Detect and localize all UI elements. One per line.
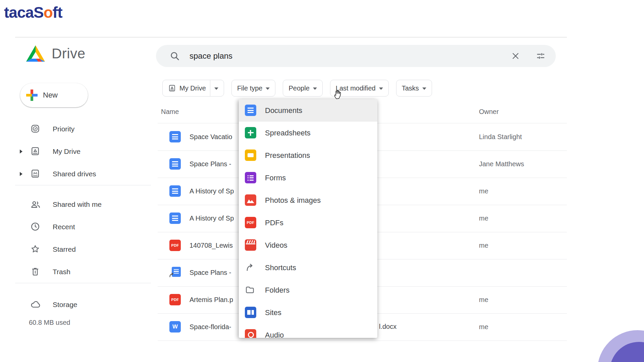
videos-file-icon bbox=[245, 239, 256, 251]
expand-arrow-icon[interactable] bbox=[20, 172, 22, 176]
file-name[interactable]: Space Plans - bbox=[190, 259, 231, 286]
forms-file-icon bbox=[245, 172, 256, 183]
file-icon-slot: W bbox=[169, 321, 181, 333]
pdf-icon-label: PDF bbox=[171, 298, 179, 302]
search-input[interactable]: space plans bbox=[190, 45, 232, 67]
menu-item-label: Documents bbox=[265, 99, 302, 122]
plus-icon bbox=[26, 89, 38, 101]
file-icon-slot: PDF bbox=[169, 240, 181, 251]
expand-arrow-icon[interactable] bbox=[20, 149, 22, 154]
menu-item-label: Forms bbox=[265, 167, 286, 189]
filter-chip-label: File type bbox=[237, 84, 263, 92]
menu-item-shortcuts[interactable]: Shortcuts bbox=[239, 256, 377, 279]
slides-file-icon bbox=[245, 149, 256, 161]
storage-used-label: 60.8 MB used bbox=[29, 319, 70, 326]
file-owner: Jane Matthews bbox=[479, 150, 524, 178]
sidebar-item-label: Shared drives bbox=[53, 163, 96, 185]
pdf-icon-label: PDF bbox=[171, 243, 179, 247]
file-name[interactable]: Artemis Plan.p bbox=[190, 286, 233, 313]
app-top-divider bbox=[15, 37, 567, 38]
priority-icon bbox=[30, 124, 41, 134]
filename-overflow-fragment: l.docx bbox=[379, 313, 396, 340]
cursor-pointer-icon bbox=[333, 88, 343, 101]
new-button-label: New bbox=[43, 91, 58, 100]
menu-item-label: Spreadsheets bbox=[265, 122, 311, 144]
pdf-icon-label: PDF bbox=[247, 221, 254, 225]
docs-file-icon bbox=[169, 158, 181, 170]
menu-item-pdfs[interactable]: PDFPDFs bbox=[239, 212, 377, 234]
menu-item-label: PDFs bbox=[265, 212, 283, 234]
column-header-owner[interactable]: Owner bbox=[479, 108, 499, 116]
chevron-down-icon[interactable] bbox=[214, 87, 218, 90]
sidebar-item-starred[interactable]: Starred bbox=[15, 238, 151, 260]
sidebar-item-label: Recent bbox=[53, 216, 75, 238]
sidebar-item-label: Trash bbox=[53, 260, 70, 283]
trash-icon bbox=[30, 266, 41, 277]
file-icon-slot: PDF bbox=[169, 294, 181, 305]
people-icon bbox=[30, 199, 41, 210]
pdf-file-icon: PDF bbox=[169, 240, 181, 251]
menu-item-sites[interactable]: Sites bbox=[239, 301, 377, 324]
sidebar-item-shared-drives[interactable]: Shared drives bbox=[15, 163, 151, 185]
sidebar-item-shared-with-me[interactable]: Shared with me bbox=[15, 193, 151, 216]
search-icon[interactable] bbox=[169, 51, 180, 63]
docs-file-icon bbox=[169, 185, 181, 197]
docs-file-icon bbox=[169, 131, 181, 142]
file-owner: me bbox=[479, 178, 488, 205]
menu-item-videos[interactable]: Videos bbox=[239, 234, 377, 256]
menu-item-folders[interactable]: Folders bbox=[239, 279, 377, 301]
chevron-down-icon[interactable] bbox=[379, 87, 383, 90]
file-name[interactable]: 140708_Lewis bbox=[190, 232, 233, 259]
sidebar: PriorityMy DriveShared drivesShared with… bbox=[15, 118, 151, 316]
file-name[interactable]: Space Plans - bbox=[190, 150, 231, 178]
menu-item-label: Presentations bbox=[265, 144, 310, 167]
file-icon-slot bbox=[169, 185, 181, 197]
clear-search-icon[interactable] bbox=[511, 51, 521, 62]
file-name[interactable]: A History of Sp bbox=[190, 178, 234, 205]
sidebar-item-storage[interactable]: Storage bbox=[15, 293, 151, 316]
new-button[interactable]: New bbox=[20, 83, 88, 107]
menu-item-spreadsheets[interactable]: Spreadsheets bbox=[239, 122, 377, 144]
menu-item-presentations[interactable]: Presentations bbox=[239, 144, 377, 167]
menu-item-photos-images[interactable]: Photos & images bbox=[239, 189, 377, 212]
sidebar-item-recent[interactable]: Recent bbox=[15, 216, 151, 238]
filter-chip-label: My Drive bbox=[179, 84, 206, 92]
menu-item-forms[interactable]: Forms bbox=[239, 167, 377, 189]
menu-item-documents[interactable]: Documents bbox=[239, 99, 377, 122]
menu-item-label: Audio bbox=[265, 324, 284, 338]
file-name[interactable]: Space-florida- bbox=[190, 313, 231, 341]
sidebar-item-trash[interactable]: Trash bbox=[15, 260, 151, 283]
file-icon-slot bbox=[169, 267, 181, 278]
docs-file-icon bbox=[169, 213, 181, 224]
search-options-tune-icon[interactable] bbox=[536, 51, 546, 62]
sidebar-item-label: My Drive bbox=[53, 140, 80, 163]
filter-chip-tasks[interactable]: Tasks bbox=[396, 80, 432, 97]
logo-text-suffix: ft bbox=[53, 4, 62, 21]
file-owner: me bbox=[479, 286, 488, 313]
sidebar-item-my-drive[interactable]: My Drive bbox=[15, 140, 151, 163]
my-drive-chip-icon bbox=[168, 84, 176, 92]
file-icon-slot bbox=[169, 158, 181, 170]
column-header-name[interactable]: Name bbox=[161, 108, 179, 116]
word-icon-label: W bbox=[172, 323, 178, 330]
docs-shortcut-file-icon bbox=[169, 267, 181, 278]
filter-chip-my-drive[interactable]: My Drive bbox=[162, 80, 224, 97]
filter-chip-label: People bbox=[288, 84, 309, 92]
filter-chip-people[interactable]: People bbox=[283, 80, 322, 97]
file-name[interactable]: A History of Sp bbox=[190, 205, 234, 232]
chevron-down-icon[interactable] bbox=[313, 87, 317, 90]
app-title: Drive bbox=[52, 46, 86, 62]
chip-divider bbox=[210, 80, 210, 96]
filter-chip-file-type[interactable]: File type bbox=[231, 80, 276, 97]
menu-item-label: Sites bbox=[265, 301, 281, 324]
mydrive-icon bbox=[30, 146, 41, 157]
chevron-down-icon[interactable] bbox=[266, 87, 270, 90]
menu-item-audio[interactable]: Audio bbox=[239, 324, 377, 338]
chevron-down-icon[interactable] bbox=[422, 87, 426, 90]
cloud-icon bbox=[30, 299, 41, 310]
file-owner: me bbox=[479, 313, 488, 341]
file-owner: me bbox=[479, 205, 488, 232]
sidebar-item-priority[interactable]: Priority bbox=[15, 118, 151, 140]
pdf-file-icon: PDF bbox=[169, 294, 181, 305]
file-name[interactable]: Space Vacatio bbox=[190, 123, 232, 150]
